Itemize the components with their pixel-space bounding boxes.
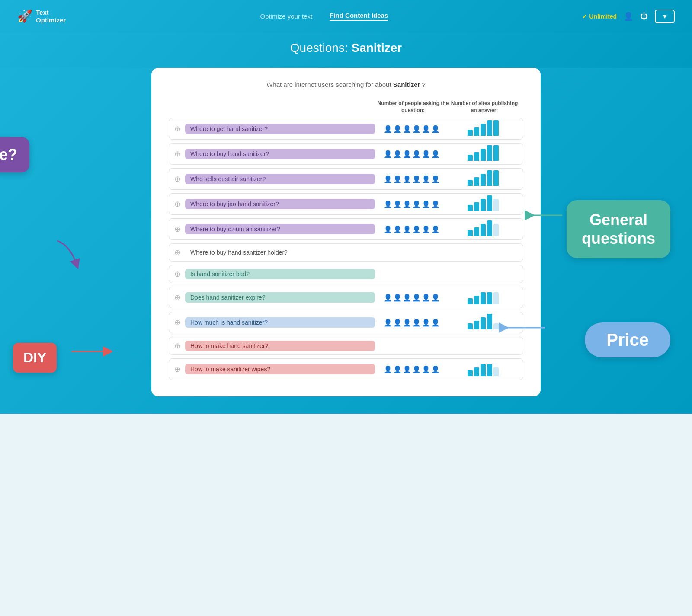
- add-row-icon[interactable]: ⊕: [174, 293, 181, 302]
- person-icon: 👤: [431, 175, 440, 183]
- add-row-icon[interactable]: ⊕: [174, 174, 181, 184]
- bar: [468, 130, 473, 136]
- question-text: Who sells oust air sanitizer?: [185, 174, 375, 184]
- person-icon: 👤: [393, 319, 402, 327]
- bar: [481, 174, 486, 186]
- people-count: 👤👤👤👤👤👤: [375, 200, 449, 208]
- add-row-icon[interactable]: ⊕: [174, 341, 181, 351]
- bar: [493, 224, 499, 236]
- bar: [474, 321, 479, 329]
- bar: [468, 230, 473, 236]
- person-icon: 👤: [384, 319, 392, 327]
- people-count: 👤👤👤👤👤👤: [375, 365, 449, 373]
- price-callout: Price: [585, 322, 670, 357]
- bar: [474, 127, 479, 136]
- add-row-icon[interactable]: ⊕: [174, 124, 181, 134]
- bar: [468, 205, 473, 211]
- add-row-icon[interactable]: ⊕: [174, 248, 181, 257]
- bar: [493, 367, 499, 376]
- power-icon[interactable]: ⏻: [640, 12, 648, 21]
- person-icon: 👤: [403, 200, 411, 208]
- table-row: ⊕Where to buy hand sanitizer holder?: [169, 243, 523, 262]
- table-row: ⊕Is hand sanitizer bad?: [169, 265, 523, 283]
- bar: [493, 145, 499, 161]
- person-icon: 👤: [422, 125, 430, 133]
- question-text: How much is hand sanitizer?: [185, 317, 375, 328]
- person-icon: 👤: [384, 225, 392, 233]
- person-icon: 👤: [431, 125, 440, 133]
- table-row: ⊕Where to get hand sanitizer?👤👤👤👤👤👤: [169, 118, 523, 140]
- bar: [487, 145, 492, 161]
- user-icon[interactable]: 👤: [624, 12, 633, 21]
- person-icon: 👤: [384, 125, 392, 133]
- person-icon: 👤: [393, 150, 402, 158]
- people-count: 👤👤👤👤👤👤: [375, 150, 449, 158]
- person-icon: 👤: [412, 365, 421, 373]
- bar-chart: [468, 290, 499, 304]
- table-row: ⊕Where to buy ozium air sanitizer?👤👤👤👤👤👤: [169, 218, 523, 240]
- bar: [493, 292, 499, 304]
- person-icon: 👤: [403, 150, 411, 158]
- nav-find-content[interactable]: Find Content Ideas: [330, 12, 388, 21]
- add-row-icon[interactable]: ⊕: [174, 318, 181, 327]
- logo-text: Text Optimizer: [36, 9, 66, 24]
- table-row: ⊕How to make sanitizer wipes?👤👤👤👤👤👤: [169, 358, 523, 380]
- bar: [474, 177, 479, 186]
- person-icon: 👤: [403, 365, 411, 373]
- bar-chart: [468, 362, 499, 376]
- add-row-icon[interactable]: ⊕: [174, 224, 181, 234]
- question-text: Where to get hand sanitizer?: [185, 124, 375, 134]
- add-row-icon[interactable]: ⊕: [174, 149, 181, 159]
- bar: [474, 296, 479, 304]
- nav-optimize[interactable]: Optimize your text: [260, 13, 312, 20]
- bar: [481, 149, 486, 161]
- question-text: How to make hand sanitizer?: [185, 341, 375, 351]
- nav-right: ✓ Unlimited 👤 ⏻ ▼: [582, 10, 675, 23]
- bar: [468, 180, 473, 186]
- person-icon: 👤: [384, 175, 392, 183]
- person-icon: 👤: [403, 319, 411, 327]
- language-button[interactable]: ▼: [655, 10, 675, 23]
- add-row-icon[interactable]: ⊕: [174, 364, 181, 374]
- content-card: What are internet users searching for ab…: [151, 68, 541, 396]
- person-icon: 👤: [431, 294, 440, 302]
- bar: [487, 120, 492, 136]
- sites-count: [449, 122, 518, 136]
- bar-chart: [468, 122, 499, 136]
- subtitle: What are internet users searching for ab…: [169, 81, 523, 88]
- bar: [493, 199, 499, 211]
- person-icon: 👤: [403, 294, 411, 302]
- table-row: ⊕Where to buy jao hand sanitizer?👤👤👤👤👤👤: [169, 193, 523, 215]
- question-text: Where to buy ozium air sanitizer?: [185, 224, 375, 234]
- people-count: 👤👤👤👤👤👤: [375, 175, 449, 183]
- bar: [481, 292, 486, 304]
- bar: [487, 292, 492, 304]
- person-icon: 👤: [422, 175, 430, 183]
- logo: 🚀 Text Optimizer: [17, 9, 66, 24]
- sites-count: [449, 172, 518, 186]
- diy-callout: DIY: [13, 343, 57, 373]
- person-icon: 👤: [422, 225, 430, 233]
- question-text: Where to buy hand sanitizer holder?: [185, 247, 375, 258]
- bar-chart: [468, 316, 499, 329]
- table-row: ⊕Does hand sanitizer expire?👤👤👤👤👤👤: [169, 287, 523, 308]
- table-row: ⊕How to make hand sanitizer?: [169, 337, 523, 355]
- person-icon: 👤: [422, 294, 430, 302]
- bar: [487, 364, 492, 376]
- add-row-icon[interactable]: ⊕: [174, 199, 181, 209]
- person-icon: 👤: [412, 200, 421, 208]
- bar: [474, 227, 479, 236]
- bar: [493, 120, 499, 136]
- person-icon: 👤: [403, 125, 411, 133]
- add-row-icon[interactable]: ⊕: [174, 269, 181, 279]
- person-icon: 👤: [422, 150, 430, 158]
- sites-count: [449, 362, 518, 376]
- person-icon: 👤: [431, 319, 440, 327]
- unlimited-badge: ✓ Unlimited: [582, 13, 617, 20]
- question-text: How to make sanitizer wipes?: [185, 364, 375, 374]
- sites-count: [449, 290, 518, 304]
- person-icon: 👤: [393, 125, 402, 133]
- person-icon: 👤: [422, 319, 430, 327]
- bar: [487, 170, 492, 186]
- people-count: 👤👤👤👤👤👤: [375, 319, 449, 327]
